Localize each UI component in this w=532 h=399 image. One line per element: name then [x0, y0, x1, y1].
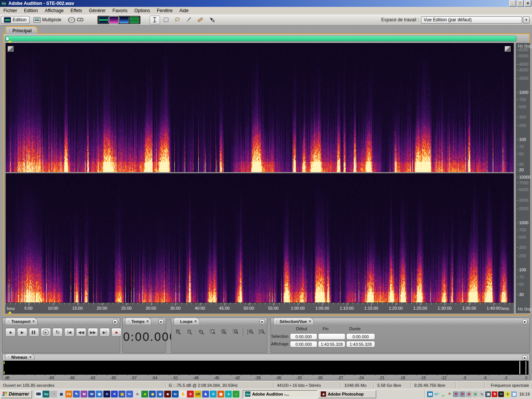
waveform-view-button[interactable]	[99, 16, 108, 24]
lasso-selection-tool[interactable]	[173, 16, 183, 24]
tray-icon[interactable]: ▣	[485, 391, 491, 397]
selection-start-field[interactable]: 0:00.000	[290, 333, 317, 340]
task-button-photoshop[interactable]: ☻ Adobe Photoshop	[318, 390, 376, 398]
rewind-button[interactable]: ◀◀	[76, 328, 86, 337]
quicklaunch-icon[interactable]: ◉	[157, 391, 163, 397]
horizontal-zoom-navigator[interactable]	[5, 36, 516, 41]
spot-healing-tool[interactable]	[195, 16, 206, 24]
quicklaunch-icon[interactable]: ☻	[164, 391, 171, 397]
loop-play-button[interactable]: ↻	[52, 328, 63, 337]
zoom-menu-button[interactable]: ▶	[260, 319, 265, 325]
quicklaunch-icon[interactable]: N	[103, 391, 110, 397]
tray-icon[interactable]: ∿	[479, 391, 484, 397]
scrub-tool[interactable]	[207, 16, 217, 24]
quicklaunch-icon[interactable]: ♣	[141, 391, 148, 397]
menu-item[interactable]: Fichier	[0, 7, 21, 14]
tray-icon[interactable]: ▁	[440, 391, 446, 397]
quicklaunch-icon[interactable]: UE	[195, 391, 201, 397]
workspace-dropdown-arrow[interactable]: ▼	[523, 16, 530, 24]
quicklaunch-icon[interactable]: ◔	[50, 391, 57, 397]
quicklaunch-icon[interactable]: Au	[43, 391, 49, 397]
tray-icon[interactable]: ▮▮	[427, 391, 433, 397]
fast-forward-button[interactable]: ▶▶	[88, 328, 98, 337]
quicklaunch-icon[interactable]: tc	[172, 391, 179, 397]
tab-principal[interactable]: ⁞ Principal	[5, 26, 38, 34]
collapse-corner-left-icon[interactable]	[8, 46, 14, 52]
stop-button[interactable]: ■	[5, 328, 16, 337]
quicklaunch-icon[interactable]: ✕	[111, 391, 118, 397]
navigator-handle[interactable]	[6, 36, 9, 41]
tray-icon[interactable]: 42°	[434, 391, 439, 397]
menu-item[interactable]: Affichage	[41, 7, 67, 14]
zoom-panel-tab[interactable]: ⁞ Loupe ×	[174, 318, 200, 325]
tray-icon[interactable]: $	[505, 391, 510, 397]
menu-item[interactable]: Effets	[67, 7, 86, 14]
zoom-out-full-button[interactable]	[197, 328, 206, 336]
quicklaunch-icon[interactable]: ♞	[202, 391, 209, 397]
quicklaunch-icon[interactable]: A	[134, 391, 141, 397]
tray-icon[interactable]: ✕	[453, 391, 459, 397]
view-start-marker-bottom[interactable]	[8, 311, 12, 314]
time-panel-tab[interactable]: ⁞ Temps ×	[125, 318, 152, 325]
quicklaunch-icon[interactable]: ♪	[233, 391, 239, 397]
transport-panel-tab[interactable]: ⁞ Transport ×	[5, 318, 38, 325]
marquee-selection-tool[interactable]	[161, 16, 171, 24]
selection-view-close-icon[interactable]: ×	[309, 319, 311, 323]
spectral-view-button[interactable]	[109, 16, 119, 24]
playhead-cursor[interactable]	[5, 43, 6, 302]
go-to-start-button[interactable]: |◀	[64, 328, 74, 337]
levels-menu-button[interactable]: ▶	[522, 355, 528, 361]
quicklaunch-icon[interactable]: W	[88, 391, 95, 397]
multipiste-mode-button[interactable]: Multipiste	[30, 16, 65, 24]
quicklaunch-icon[interactable]: ◍	[96, 391, 103, 397]
title-bar[interactable]: Au Adobe Audition - STE-002.wav _ □ ✕	[0, 0, 532, 7]
zoom-in-vertical-button[interactable]	[246, 328, 255, 336]
frequency-ruler[interactable]: Hz (log) 8000600040003000200010007005003…	[516, 43, 530, 313]
quicklaunch-icon[interactable]: ●	[225, 391, 232, 397]
time-close-icon[interactable]: ×	[146, 319, 149, 323]
level-meter[interactable]	[3, 361, 529, 375]
levels-panel-tab[interactable]: ⁞ Niveaux ×	[5, 354, 35, 360]
minimize-button[interactable]: _	[509, 0, 516, 6]
tray-icon[interactable]: ↯	[492, 391, 497, 397]
tray-icon[interactable]: ▤	[511, 391, 517, 397]
play-from-cursor-button[interactable]: ▶	[41, 328, 51, 337]
zoom-selection-right-button[interactable]: 1	[231, 328, 240, 336]
selection-view-menu-button[interactable]: ▶	[522, 319, 528, 325]
tray-icon[interactable]: ⚑	[446, 391, 452, 397]
menu-item[interactable]: Fenêtre	[154, 7, 176, 14]
spectral-display[interactable]	[5, 43, 514, 302]
effects-brush-tool[interactable]	[184, 16, 194, 24]
pause-button[interactable]: ▌▌	[29, 328, 39, 337]
quicklaunch-icon[interactable]: S	[187, 391, 194, 397]
quicklaunch-icon[interactable]: ▨	[119, 391, 125, 397]
menu-item[interactable]: Générer	[86, 7, 109, 14]
menu-item[interactable]: Favoris	[109, 7, 131, 14]
collapse-corner-right-icon[interactable]	[505, 46, 511, 52]
menu-item[interactable]: Aide	[176, 7, 192, 14]
phase-view-button[interactable]	[130, 16, 139, 24]
tray-icon[interactable]: ➤	[472, 391, 478, 397]
view-start-field[interactable]: 0:00.000	[290, 341, 317, 347]
tray-icon[interactable]: ⊘	[466, 391, 472, 397]
tray-icon[interactable]: ✕	[459, 391, 465, 397]
record-button[interactable]: ●	[111, 328, 122, 337]
quicklaunch-icon[interactable]: ✋	[179, 391, 186, 397]
menu-item[interactable]: Edition	[21, 7, 41, 14]
workspace-dropdown[interactable]: Vue Edition (par défaut)	[421, 16, 522, 24]
selection-end-field[interactable]	[318, 333, 345, 340]
time-menu-button[interactable]: ▶	[158, 319, 164, 325]
zoom-to-selection-button[interactable]	[209, 328, 217, 336]
quicklaunch-icon[interactable]: ✂	[126, 391, 133, 397]
selection-duration-field[interactable]: 0:00.000	[346, 333, 375, 340]
quicklaunch-icon[interactable]: ▤	[217, 391, 224, 397]
time-selection-tool[interactable]	[150, 16, 160, 24]
task-button-audition[interactable]: Au Adobe Audition -...	[243, 390, 317, 398]
restore-button[interactable]: □	[517, 0, 524, 6]
zoom-close-icon[interactable]: ×	[195, 319, 197, 323]
tray-icon[interactable]: ꕹ	[498, 391, 504, 397]
cd-mode-button[interactable]: CD	[65, 16, 86, 24]
edition-mode-button[interactable]: Edition	[1, 16, 30, 24]
view-end-field[interactable]: 1:43:55.328	[318, 341, 345, 347]
zoom-selection-left-button[interactable]: 1	[220, 328, 229, 336]
